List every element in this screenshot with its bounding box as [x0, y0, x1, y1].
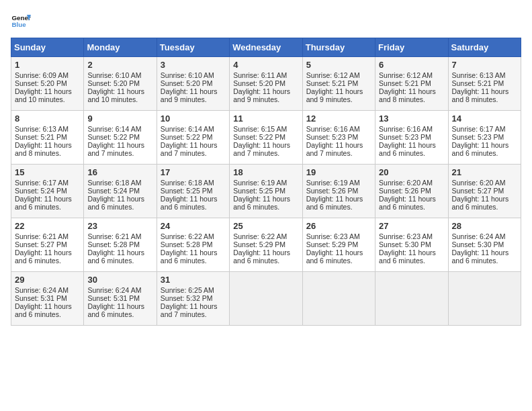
cell-info-line: and 7 minutes.: [233, 149, 298, 157]
day-number: 16: [87, 167, 152, 177]
cell-info-line: Daylight: 11 hours: [161, 195, 226, 203]
day-header-saturday: Saturday: [448, 38, 521, 57]
calendar-cell: 20Sunrise: 6:20 AMSunset: 5:26 PMDayligh…: [375, 165, 448, 218]
cell-info-line: Sunrise: 6:22 AM: [161, 232, 226, 240]
day-number: 15: [15, 167, 80, 177]
cell-info-line: Sunset: 5:29 PM: [233, 240, 298, 248]
cell-info-line: and 8 minutes.: [452, 95, 517, 103]
calendar-cell: 28Sunrise: 6:24 AMSunset: 5:30 PMDayligh…: [448, 218, 521, 272]
calendar-cell: [375, 272, 448, 326]
calendar-cell: 14Sunrise: 6:17 AMSunset: 5:23 PMDayligh…: [448, 111, 521, 165]
day-header-friday: Friday: [375, 38, 448, 57]
cell-info-line: and 6 minutes.: [233, 257, 298, 265]
cell-info-line: and 6 minutes.: [452, 149, 517, 157]
cell-info-line: Sunset: 5:25 PM: [161, 187, 226, 195]
day-number: 5: [306, 60, 371, 70]
cell-info-line: Sunset: 5:31 PM: [15, 294, 80, 302]
calendar-cell: 18Sunrise: 6:19 AMSunset: 5:25 PMDayligh…: [230, 165, 302, 218]
day-number: 6: [379, 60, 444, 70]
calendar-cell: 19Sunrise: 6:19 AMSunset: 5:26 PMDayligh…: [302, 165, 375, 218]
cell-info-line: Sunset: 5:32 PM: [161, 294, 226, 302]
cell-info-line: Sunset: 5:30 PM: [379, 240, 444, 248]
cell-info-line: and 6 minutes.: [15, 203, 80, 211]
cell-info-line: Daylight: 11 hours: [379, 195, 444, 203]
cell-info-line: Sunrise: 6:12 AM: [306, 71, 371, 79]
day-header-tuesday: Tuesday: [157, 38, 229, 57]
cell-info-line: and 6 minutes.: [379, 257, 444, 265]
calendar-cell: 23Sunrise: 6:21 AMSunset: 5:28 PMDayligh…: [84, 218, 157, 272]
cell-info-line: Sunset: 5:23 PM: [379, 133, 444, 141]
calendar-cell: 22Sunrise: 6:21 AMSunset: 5:27 PMDayligh…: [11, 218, 84, 272]
cell-info-line: Sunrise: 6:24 AM: [452, 232, 517, 240]
cell-info-line: Sunrise: 6:18 AM: [161, 179, 226, 187]
cell-info-line: Sunset: 5:22 PM: [87, 133, 152, 141]
cell-info-line: and 6 minutes.: [306, 203, 371, 211]
cell-info-line: and 8 minutes.: [379, 95, 444, 103]
cell-info-line: Daylight: 11 hours: [15, 87, 80, 95]
cell-info-line: Daylight: 11 hours: [452, 87, 517, 95]
calendar-cell: 5Sunrise: 6:12 AMSunset: 5:21 PMDaylight…: [302, 57, 375, 111]
cell-info-line: Sunset: 5:26 PM: [379, 187, 444, 195]
cell-info-line: Sunset: 5:20 PM: [87, 79, 152, 87]
calendar-cell: 29Sunrise: 6:24 AMSunset: 5:31 PMDayligh…: [11, 272, 84, 326]
cell-info-line: Daylight: 11 hours: [452, 195, 517, 203]
cell-info-line: Daylight: 11 hours: [87, 141, 152, 149]
cell-info-line: Sunrise: 6:16 AM: [379, 125, 444, 133]
cell-info-line: and 7 minutes.: [306, 149, 371, 157]
cell-info-line: Sunset: 5:21 PM: [306, 79, 371, 87]
cell-info-line: Sunset: 5:23 PM: [306, 133, 371, 141]
cell-info-line: and 6 minutes.: [452, 257, 517, 265]
calendar-cell: 7Sunrise: 6:13 AMSunset: 5:21 PMDaylight…: [448, 57, 521, 111]
cell-info-line: and 6 minutes.: [306, 257, 371, 265]
cell-info-line: Sunset: 5:20 PM: [161, 79, 226, 87]
cell-info-line: Daylight: 11 hours: [87, 87, 152, 95]
calendar-cell: 27Sunrise: 6:23 AMSunset: 5:30 PMDayligh…: [375, 218, 448, 272]
cell-info-line: Sunrise: 6:13 AM: [452, 71, 517, 79]
cell-info-line: Daylight: 11 hours: [379, 248, 444, 257]
cell-info-line: Sunset: 5:20 PM: [233, 79, 298, 87]
cell-info-line: Sunrise: 6:18 AM: [87, 179, 152, 187]
cell-info-line: Daylight: 11 hours: [87, 248, 152, 257]
cell-info-line: Sunset: 5:24 PM: [15, 187, 80, 195]
cell-info-line: Sunset: 5:28 PM: [161, 240, 226, 248]
cell-info-line: Sunrise: 6:25 AM: [161, 286, 226, 294]
cell-info-line: Daylight: 11 hours: [233, 141, 298, 149]
cell-info-line: Sunrise: 6:15 AM: [233, 125, 298, 133]
calendar-cell: 15Sunrise: 6:17 AMSunset: 5:24 PMDayligh…: [11, 165, 84, 218]
calendar-cell: 2Sunrise: 6:10 AMSunset: 5:20 PMDaylight…: [84, 57, 157, 111]
cell-info-line: Sunrise: 6:19 AM: [306, 179, 371, 187]
cell-info-line: and 8 minutes.: [15, 149, 80, 157]
cell-info-line: Daylight: 11 hours: [306, 195, 371, 203]
cell-info-line: Sunset: 5:22 PM: [233, 133, 298, 141]
calendar-cell: 17Sunrise: 6:18 AMSunset: 5:25 PMDayligh…: [157, 165, 229, 218]
cell-info-line: Sunset: 5:21 PM: [452, 79, 517, 87]
cell-info-line: and 9 minutes.: [306, 95, 371, 103]
cell-info-line: and 10 minutes.: [87, 95, 152, 103]
cell-info-line: Sunrise: 6:14 AM: [161, 125, 226, 133]
day-number: 29: [15, 275, 80, 285]
cell-info-line: and 7 minutes.: [161, 149, 226, 157]
day-number: 31: [161, 275, 226, 285]
cell-info-line: Daylight: 11 hours: [306, 87, 371, 95]
cell-info-line: Sunrise: 6:11 AM: [233, 71, 298, 79]
cell-info-line: Daylight: 11 hours: [161, 248, 226, 257]
calendar-cell: 3Sunrise: 6:10 AMSunset: 5:20 PMDaylight…: [157, 57, 229, 111]
cell-info-line: Daylight: 11 hours: [233, 195, 298, 203]
calendar-cell: 25Sunrise: 6:22 AMSunset: 5:29 PMDayligh…: [230, 218, 302, 272]
cell-info-line: Daylight: 11 hours: [379, 87, 444, 95]
cell-info-line: Sunrise: 6:16 AM: [306, 125, 371, 133]
day-number: 26: [306, 221, 371, 231]
cell-info-line: Daylight: 11 hours: [87, 302, 152, 310]
calendar-cell: [302, 272, 375, 326]
day-number: 22: [15, 221, 80, 231]
day-header-sunday: Sunday: [11, 38, 84, 57]
calendar-cell: [230, 272, 302, 326]
cell-info-line: Sunset: 5:24 PM: [87, 187, 152, 195]
cell-info-line: and 9 minutes.: [233, 95, 298, 103]
cell-info-line: Sunset: 5:27 PM: [452, 187, 517, 195]
cell-info-line: Daylight: 11 hours: [233, 87, 298, 95]
day-number: 1: [15, 60, 80, 70]
cell-info-line: Daylight: 11 hours: [15, 141, 80, 149]
cell-info-line: Sunrise: 6:19 AM: [233, 179, 298, 187]
day-number: 30: [87, 275, 152, 285]
